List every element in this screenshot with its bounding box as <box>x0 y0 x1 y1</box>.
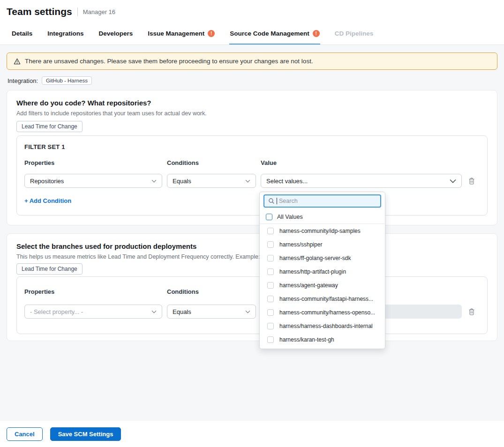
integration-label: Integration: <box>8 77 38 84</box>
trash-icon <box>468 308 475 316</box>
dropdown-option[interactable]: harness-community/idp-samples <box>260 224 385 238</box>
tab-label: Developers <box>99 30 133 37</box>
repositories-section-card: Where do you code? What repositories? Ad… <box>7 90 497 225</box>
section-subtitle: Add filters to include repositories that… <box>16 110 488 117</box>
branches-section-card: Select the branches used for production … <box>7 233 497 341</box>
footer-action-bar: Cancel Save SCM Settings <box>0 421 504 447</box>
filter-column-headers: Properties Conditions <box>24 288 480 295</box>
option-label: harness-community/fastapi-harness... <box>279 296 373 302</box>
save-scm-settings-button[interactable]: Save SCM Settings <box>50 427 121 441</box>
option-checkbox[interactable] <box>267 228 274 234</box>
property-select-placeholder: - Select property... - <box>30 308 83 315</box>
title-divider <box>77 7 78 16</box>
property-select-value: Repositories <box>30 178 64 185</box>
integration-chip[interactable]: GitHub - Harness <box>42 76 92 85</box>
warning-triangle-icon <box>14 58 21 65</box>
all-values-label: All Values <box>277 214 303 220</box>
value-select-dropdown: Search All Values harness-community/idp-… <box>259 192 385 349</box>
chevron-down-icon <box>450 179 456 183</box>
properties-column-label: Properties <box>24 288 162 295</box>
warning-badge-icon: ! <box>208 30 215 37</box>
properties-column-label: Properties <box>24 159 162 166</box>
dropdown-options-list: harness-community/idp-samples harness/ss… <box>260 224 385 349</box>
tab-integrations[interactable]: Integrations <box>47 23 84 45</box>
option-checkbox[interactable] <box>267 282 274 289</box>
filter-row: - Select property... - Equals <box>24 305 480 319</box>
option-label: harness/http-artifact-plugin <box>279 268 346 275</box>
lead-time-for-change-chip: Lead Time for Change <box>16 263 83 275</box>
dropdown-option[interactable]: harness/... <box>260 346 385 349</box>
dropdown-option[interactable]: harness/sshpiper <box>260 238 385 251</box>
all-values-checkbox[interactable] <box>266 214 272 220</box>
dropdown-option[interactable]: harness/karan-test-gh <box>260 333 385 346</box>
filter-row: Repositories Equals Select values... <box>24 174 480 188</box>
unsaved-changes-banner: There are unsaved changes. Please save t… <box>7 52 497 70</box>
tab-bar: Details Integrations Developers Issue Ma… <box>0 23 504 45</box>
dropdown-search-input[interactable]: Search <box>263 194 381 208</box>
filter-column-headers: Properties Conditions Value <box>24 159 480 166</box>
lead-time-for-change-chip: Lead Time for Change <box>16 121 83 132</box>
property-select[interactable]: Repositories <box>24 174 162 188</box>
dropdown-option[interactable]: harness/http-artifact-plugin <box>260 265 385 278</box>
condition-select-value: Equals <box>173 308 191 315</box>
integration-row: Integration: GitHub - Harness <box>8 76 496 85</box>
content-area: There are unsaved changes. Please save t… <box>0 45 504 421</box>
property-select[interactable]: - Select property... - <box>24 305 162 319</box>
section-subtitle: This helps us measure metrics like Lead … <box>16 253 488 261</box>
dropdown-option[interactable]: harness/ff-golang-server-sdk <box>260 251 385 265</box>
filter-set-title: FILTER SET 1 <box>24 143 480 150</box>
delete-filter-button[interactable] <box>466 306 477 317</box>
option-checkbox[interactable] <box>267 241 274 248</box>
search-icon <box>268 198 275 204</box>
banner-text: There are unsaved changes. Please save t… <box>25 58 313 65</box>
option-checkbox[interactable] <box>267 255 274 261</box>
section-title: Where do you code? What repositories? <box>16 99 488 107</box>
tab-cd-pipelines[interactable]: CD Pipelines <box>334 23 374 45</box>
value-multiselect[interactable]: Select values... <box>261 174 462 188</box>
team-settings-page: Team settings Manager 16 Details Integra… <box>0 0 504 447</box>
cancel-button[interactable]: Cancel <box>7 427 43 441</box>
tab-label: CD Pipelines <box>335 30 374 37</box>
option-checkbox[interactable] <box>267 268 274 275</box>
value-column-label: Value <box>261 159 462 166</box>
conditions-column-label: Conditions <box>167 288 256 295</box>
option-checkbox[interactable] <box>267 323 274 329</box>
option-label: harness/ff-golang-server-sdk <box>279 255 351 261</box>
chevron-down-icon <box>151 179 157 183</box>
chevron-down-icon <box>245 310 250 313</box>
team-name-label: Manager 16 <box>83 8 115 15</box>
delete-filter-button[interactable] <box>466 176 477 186</box>
tab-source-code-management[interactable]: Source Code Management ! <box>229 23 320 45</box>
option-label: harness/sshpiper <box>279 241 322 248</box>
chevron-down-icon <box>245 179 250 183</box>
trash-icon <box>468 177 475 185</box>
option-label: harness/harness-dashboards-internal <box>279 323 373 329</box>
condition-select[interactable]: Equals <box>167 174 256 188</box>
dropdown-option[interactable]: harness/harness-dashboards-internal <box>260 319 385 333</box>
tab-details[interactable]: Details <box>11 23 33 45</box>
option-checkbox[interactable] <box>267 309 274 316</box>
option-checkbox[interactable] <box>267 296 274 302</box>
filter-set-card: Properties Conditions - Select property.… <box>16 276 488 334</box>
tab-developers[interactable]: Developers <box>98 23 134 45</box>
all-values-option[interactable]: All Values <box>260 210 385 224</box>
page-header: Team settings Manager 16 <box>0 0 504 23</box>
dropdown-option[interactable]: harness/agent-gateway <box>260 278 385 292</box>
condition-select[interactable]: Equals <box>167 305 256 319</box>
option-label: harness-community/idp-samples <box>279 228 361 234</box>
dropdown-option[interactable]: harness-community/harness-openso... <box>260 305 385 319</box>
option-checkbox[interactable] <box>267 336 274 343</box>
tab-label: Source Code Management <box>230 30 309 37</box>
filter-set-card: FILTER SET 1 Properties Conditions Value… <box>16 135 488 216</box>
tab-issue-management[interactable]: Issue Management ! <box>147 23 215 45</box>
option-label: harness/karan-test-gh <box>279 336 334 343</box>
add-condition-button[interactable]: + Add Condition <box>24 197 71 204</box>
text-cursor <box>277 198 277 204</box>
tab-label: Issue Management <box>148 30 204 37</box>
option-label: harness/agent-gateway <box>279 282 338 289</box>
conditions-column-label: Conditions <box>167 159 256 166</box>
page-title: Team settings <box>7 6 72 17</box>
section-title: Select the branches used for production … <box>16 242 488 251</box>
dropdown-option[interactable]: harness-community/fastapi-harness... <box>260 292 385 305</box>
search-placeholder: Search <box>279 198 298 204</box>
